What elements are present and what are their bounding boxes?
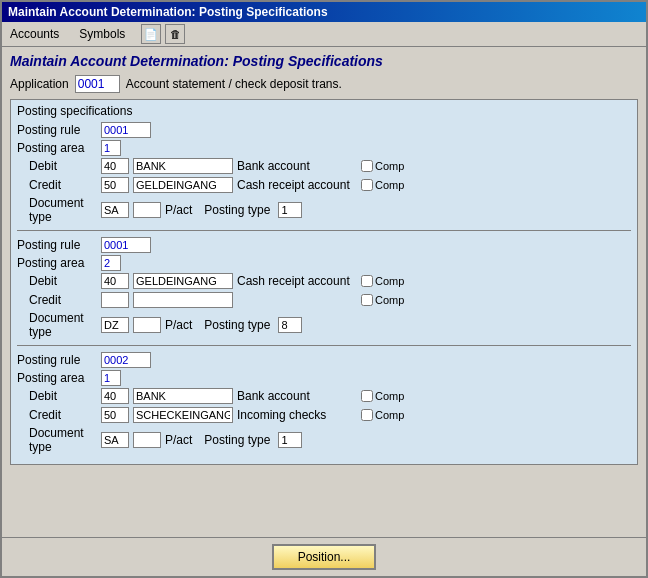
posting-area-input-2[interactable] bbox=[101, 370, 121, 386]
doc-type-row-2: Document type P/act Posting type bbox=[17, 426, 631, 454]
credit-comp-checkbox-1[interactable] bbox=[361, 294, 373, 306]
doc-type-row-1: Document type P/act Posting type bbox=[17, 311, 631, 339]
posting-rule-row-0: Posting rule bbox=[17, 122, 631, 138]
debit-comp-label-0: Comp bbox=[375, 160, 404, 172]
menu-symbols[interactable]: Symbols bbox=[75, 25, 129, 43]
debit-code-2[interactable] bbox=[101, 388, 129, 404]
toolbar: 📄 🗑 bbox=[141, 24, 185, 44]
pact-input-1[interactable] bbox=[133, 317, 161, 333]
doc-type-row-0: Document type P/act Posting type bbox=[17, 196, 631, 224]
debit-account-2[interactable] bbox=[133, 388, 233, 404]
posting-type-input-1[interactable] bbox=[278, 317, 302, 333]
posting-rule-label-2: Posting rule bbox=[17, 353, 97, 367]
debit-desc-0: Bank account bbox=[237, 159, 357, 173]
credit-account-0[interactable] bbox=[133, 177, 233, 193]
credit-label-2: Credit bbox=[17, 408, 97, 422]
posting-area-row-1: Posting area bbox=[17, 255, 631, 271]
posting-type-input-0[interactable] bbox=[278, 202, 302, 218]
debit-comp-checkbox-0[interactable] bbox=[361, 160, 373, 172]
posting-type-input-2[interactable] bbox=[278, 432, 302, 448]
credit-comp-label-2: Comp bbox=[375, 409, 404, 421]
credit-row-0: Credit Cash receipt account Comp bbox=[17, 177, 631, 193]
delete-icon[interactable]: 🗑 bbox=[165, 24, 185, 44]
doc-type-label-2: Document type bbox=[17, 426, 97, 454]
credit-label-1: Credit bbox=[17, 293, 97, 307]
debit-row-2: Debit Bank account Comp bbox=[17, 388, 631, 404]
debit-comp-label-1: Comp bbox=[375, 275, 404, 287]
menu-accounts[interactable]: Accounts bbox=[6, 25, 63, 43]
pact-label-0: P/act bbox=[165, 203, 192, 217]
page-title: Maintain Account Determination: Posting … bbox=[10, 53, 638, 69]
debit-label-0: Debit bbox=[17, 159, 97, 173]
credit-comp-label-1: Comp bbox=[375, 294, 404, 306]
debit-desc-2: Bank account bbox=[237, 389, 357, 403]
debit-comp-checkbox-2[interactable] bbox=[361, 390, 373, 402]
separator-1 bbox=[17, 230, 631, 231]
posting-area-input-1[interactable] bbox=[101, 255, 121, 271]
credit-comp-group-2: Comp bbox=[361, 409, 404, 421]
credit-comp-checkbox-2[interactable] bbox=[361, 409, 373, 421]
credit-code-0[interactable] bbox=[101, 177, 129, 193]
debit-code-0[interactable] bbox=[101, 158, 129, 174]
section-title: Posting specifications bbox=[17, 104, 631, 118]
doc-type-input-1[interactable] bbox=[101, 317, 129, 333]
posting-rule-input-2[interactable] bbox=[101, 352, 151, 368]
separator-2 bbox=[17, 345, 631, 346]
debit-row-1: Debit Cash receipt account Comp bbox=[17, 273, 631, 289]
title-text: Maintain Account Determination: Posting … bbox=[8, 5, 328, 19]
posting-area-label-0: Posting area bbox=[17, 141, 97, 155]
new-doc-icon[interactable]: 📄 bbox=[141, 24, 161, 44]
debit-comp-group-1: Comp bbox=[361, 275, 404, 287]
doc-type-label-1: Document type bbox=[17, 311, 97, 339]
content-area: Maintain Account Determination: Posting … bbox=[2, 47, 646, 537]
doc-type-label-0: Document type bbox=[17, 196, 97, 224]
doc-type-input-0[interactable] bbox=[101, 202, 129, 218]
debit-comp-group-0: Comp bbox=[361, 160, 404, 172]
debit-account-0[interactable] bbox=[133, 158, 233, 174]
credit-comp-label-0: Comp bbox=[375, 179, 404, 191]
application-description: Account statement / check deposit trans. bbox=[126, 77, 342, 91]
doc-type-input-2[interactable] bbox=[101, 432, 129, 448]
debit-code-1[interactable] bbox=[101, 273, 129, 289]
posting-area-label-1: Posting area bbox=[17, 256, 97, 270]
posting-rule-label-1: Posting rule bbox=[17, 238, 97, 252]
credit-comp-checkbox-0[interactable] bbox=[361, 179, 373, 191]
posting-area-row-0: Posting area bbox=[17, 140, 631, 156]
application-input[interactable] bbox=[75, 75, 120, 93]
pact-input-0[interactable] bbox=[133, 202, 161, 218]
debit-label-2: Debit bbox=[17, 389, 97, 403]
posting-specifications-section: Posting specifications Posting rule Post… bbox=[10, 99, 638, 465]
debit-comp-label-2: Comp bbox=[375, 390, 404, 402]
posting-rule-label-0: Posting rule bbox=[17, 123, 97, 137]
posting-rule-row-2: Posting rule bbox=[17, 352, 631, 368]
debit-row-0: Debit Bank account Comp bbox=[17, 158, 631, 174]
credit-comp-group-0: Comp bbox=[361, 179, 404, 191]
credit-account-2[interactable] bbox=[133, 407, 233, 423]
credit-code-1[interactable] bbox=[101, 292, 129, 308]
posting-rule-input-0[interactable] bbox=[101, 122, 151, 138]
credit-desc-0: Cash receipt account bbox=[237, 178, 357, 192]
main-window: Maintain Account Determination: Posting … bbox=[0, 0, 648, 578]
pact-label-2: P/act bbox=[165, 433, 192, 447]
debit-desc-1: Cash receipt account bbox=[237, 274, 357, 288]
posting-block-0: Posting rule Posting area Debit Bank acc… bbox=[17, 122, 631, 224]
posting-rule-input-1[interactable] bbox=[101, 237, 151, 253]
debit-label-1: Debit bbox=[17, 274, 97, 288]
posting-area-input-0[interactable] bbox=[101, 140, 121, 156]
application-row: Application Account statement / check de… bbox=[10, 75, 638, 93]
credit-account-1[interactable] bbox=[133, 292, 233, 308]
bottom-bar: Position... bbox=[2, 537, 646, 576]
posting-type-label-2: Posting type bbox=[204, 433, 270, 447]
debit-account-1[interactable] bbox=[133, 273, 233, 289]
pact-input-2[interactable] bbox=[133, 432, 161, 448]
debit-comp-group-2: Comp bbox=[361, 390, 404, 402]
credit-code-2[interactable] bbox=[101, 407, 129, 423]
credit-row-1: Credit Comp bbox=[17, 292, 631, 308]
credit-desc-2: Incoming checks bbox=[237, 408, 357, 422]
posting-area-row-2: Posting area bbox=[17, 370, 631, 386]
menu-bar: Accounts Symbols 📄 🗑 © www.tutorialkart.… bbox=[2, 22, 646, 47]
debit-comp-checkbox-1[interactable] bbox=[361, 275, 373, 287]
position-button[interactable]: Position... bbox=[272, 544, 377, 570]
application-label: Application bbox=[10, 77, 69, 91]
credit-comp-group-1: Comp bbox=[361, 294, 404, 306]
